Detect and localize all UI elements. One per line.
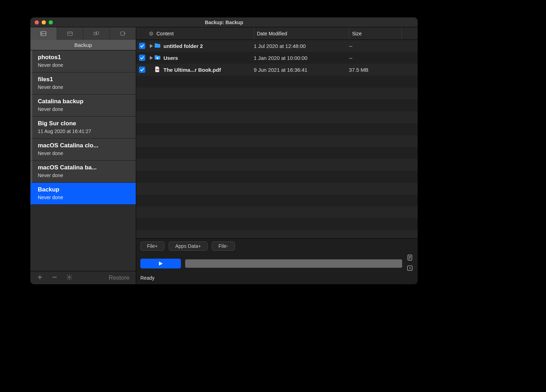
sidebar-item[interactable]: files1Never done	[30, 72, 136, 94]
sidebar-tabs	[30, 27, 136, 40]
table-row	[136, 206, 418, 218]
sidebar-heading: Backup	[30, 40, 136, 50]
sidebar-footer: Restore	[30, 271, 136, 284]
svg-marker-16	[150, 56, 153, 60]
sidebar-item[interactable]: photos1Never done	[30, 50, 136, 72]
file-date: 1 Jan 2020 at 10:00:00	[254, 55, 349, 61]
tab-archive-icon[interactable]	[57, 27, 84, 40]
tab-sync-icon[interactable]	[110, 27, 136, 40]
header-radio-icon[interactable]	[148, 31, 154, 36]
log-icon[interactable]	[406, 254, 413, 262]
sidebar-list: photos1Never donefiles1Never doneCatalin…	[30, 50, 136, 271]
sidebar-item[interactable]: macOS Catalina clo...Never done	[30, 139, 136, 161]
schedule-icon[interactable]	[406, 265, 413, 273]
tab-compare-icon[interactable]	[83, 27, 110, 40]
table-row	[136, 159, 418, 171]
svg-marker-19	[159, 261, 163, 266]
file-size: --	[349, 55, 401, 61]
file-icon	[154, 55, 163, 61]
file-table: untitled folder 21 Jul 2020 at 12:48:00-…	[136, 40, 418, 238]
remove-task-button[interactable]	[51, 274, 58, 282]
table-row	[136, 99, 418, 111]
sidebar-item-status: Never done	[38, 150, 130, 156]
file-name: Users	[163, 55, 178, 61]
table-row	[136, 230, 418, 238]
svg-point-14	[150, 33, 152, 34]
table-row	[136, 171, 418, 183]
table-row	[136, 147, 418, 159]
app-window: Backup: Backup Backup photos1Never donef…	[30, 18, 418, 284]
column-date[interactable]: Date Modified	[254, 27, 349, 40]
file-size: 37.5 MB	[349, 67, 401, 73]
svg-rect-4	[68, 32, 72, 36]
file-date: 1 Jul 2020 at 12:48:00	[254, 43, 349, 49]
disclosure-icon[interactable]	[149, 44, 154, 48]
svg-rect-18	[156, 69, 159, 70]
table-row[interactable]: Users1 Jan 2020 at 10:00:00--	[136, 52, 418, 64]
svg-point-17	[157, 57, 158, 58]
row-checkbox[interactable]	[139, 55, 145, 61]
table-row	[136, 218, 418, 230]
table-header: Content Date Modified Size	[136, 27, 418, 40]
sidebar-item-name: Catalina backup	[38, 98, 130, 105]
sidebar-item-name: macOS Catalina clo...	[38, 142, 130, 149]
run-button[interactable]	[140, 259, 181, 268]
main-panel: Content Date Modified Size untitled fold…	[136, 27, 418, 284]
table-row	[136, 195, 418, 206]
sidebar: Backup photos1Never donefiles1Never done…	[30, 27, 136, 284]
table-row[interactable]: The Ultima...r Book.pdf9 Jun 2021 at 16:…	[136, 64, 418, 76]
sidebar-item[interactable]: Big Sur clone11 Aug 2020 at 16:41:27	[30, 117, 136, 139]
file-size: --	[349, 43, 401, 49]
apps-data-add-button[interactable]: Apps Data+	[169, 241, 208, 251]
file-name: The Ultima...r Book.pdf	[163, 67, 221, 73]
file-icon	[154, 66, 163, 73]
table-row	[136, 135, 418, 147]
file-add-button[interactable]: File+	[140, 241, 164, 251]
add-task-button[interactable]	[37, 274, 43, 282]
progress-bar	[185, 259, 402, 268]
sidebar-item-name: photos1	[38, 54, 130, 61]
svg-marker-15	[150, 44, 153, 48]
bottom-bar: File+ Apps Data+ File-	[136, 238, 418, 284]
svg-point-2	[42, 33, 42, 33]
column-size[interactable]: Size	[349, 27, 401, 40]
sidebar-item-status: Never done	[38, 195, 130, 200]
sidebar-item[interactable]: macOS Catalina ba...Never done	[30, 161, 136, 183]
file-name: untitled folder 2	[163, 43, 203, 49]
table-row	[136, 76, 418, 88]
sidebar-item-status: 11 Aug 2020 at 16:41:27	[38, 128, 130, 134]
row-checkbox[interactable]	[139, 43, 145, 49]
table-row	[136, 111, 418, 123]
sidebar-item-status: Never done	[38, 62, 130, 68]
disclosure-icon[interactable]	[149, 56, 154, 60]
svg-point-12	[69, 276, 70, 278]
table-row[interactable]: untitled folder 21 Jul 2020 at 12:48:00-…	[136, 40, 418, 52]
svg-point-3	[42, 35, 42, 35]
tab-backup-icon[interactable]	[30, 27, 57, 40]
sidebar-item-name: Backup	[38, 186, 130, 193]
sidebar-item-status: Never done	[38, 84, 130, 90]
sidebar-item-name: files1	[38, 76, 130, 83]
sidebar-item-name: Big Sur clone	[38, 120, 130, 127]
table-row	[136, 123, 418, 135]
settings-button[interactable]	[66, 274, 72, 282]
sidebar-item[interactable]: Catalina backupNever done	[30, 94, 136, 117]
file-date: 9 Jun 2021 at 16:36:41	[254, 67, 349, 73]
titlebar: Backup: Backup	[30, 18, 418, 27]
table-row	[136, 183, 418, 195]
sidebar-item-name: macOS Catalina ba...	[38, 164, 130, 171]
column-content[interactable]: Content	[154, 31, 254, 36]
sidebar-item[interactable]: BackupNever done	[30, 183, 136, 205]
restore-button[interactable]: Restore	[108, 274, 130, 281]
svg-rect-8	[121, 32, 125, 36]
file-remove-button[interactable]: File-	[212, 241, 234, 251]
file-icon	[154, 43, 163, 49]
column-spacer	[401, 27, 418, 40]
status-text: Ready	[140, 275, 413, 281]
row-checkbox[interactable]	[139, 66, 145, 73]
table-row	[136, 88, 418, 99]
window-title: Backup: Backup	[30, 20, 418, 25]
sidebar-item-status: Never done	[38, 173, 130, 178]
sidebar-item-status: Never done	[38, 106, 130, 112]
